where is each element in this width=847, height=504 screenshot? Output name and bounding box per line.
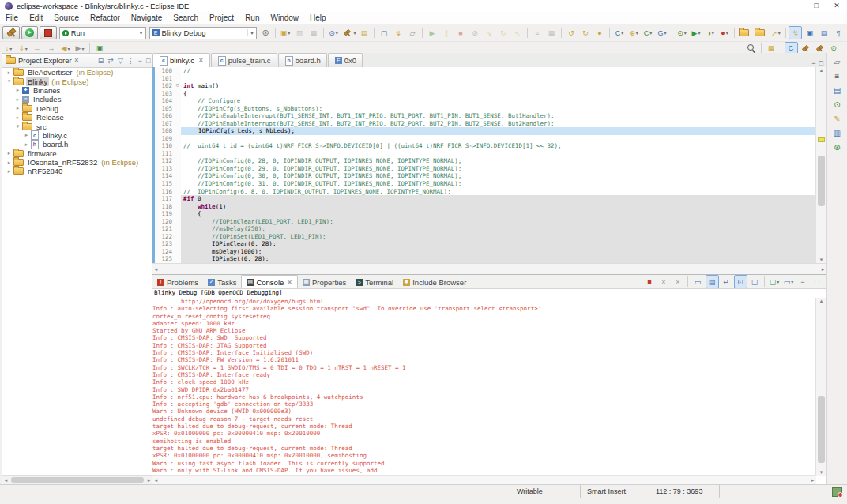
launchbar-stop-button[interactable] bbox=[40, 26, 57, 39]
minimize-view-icon[interactable]: − bbox=[138, 57, 142, 65]
code-line-106[interactable]: 106 //IOPinEnableInterrupt(BUT1_SENSE_IN… bbox=[152, 112, 826, 120]
code-line-122[interactable]: 122 //IOPinSet(LED1_PORT, LED1_PIN); bbox=[152, 233, 826, 241]
pin-console-icon[interactable]: ⊡ bbox=[734, 275, 747, 288]
code-line-105[interactable]: 105 //IOPinCfg(s_Buttons, s_NbButtons); bbox=[152, 105, 826, 113]
close-tab-icon[interactable]: ✕ bbox=[287, 279, 292, 286]
overview-annotation-marker[interactable] bbox=[818, 137, 825, 142]
panel-tab-properties[interactable]: ▦Properties bbox=[298, 276, 351, 288]
launch-config-select[interactable]: E Blinky Debug ▾ bbox=[149, 27, 258, 39]
panel-tab-include-browser[interactable]: ✱Include Browser bbox=[398, 276, 471, 288]
new-header-icon[interactable]: ⊕▾ bbox=[627, 26, 640, 39]
new-wizard-dropdown-icon[interactable]: ▣▾ bbox=[278, 26, 292, 39]
scroll-right-icon[interactable]: ▸ bbox=[809, 477, 816, 483]
scroll-right-icon[interactable]: ▸ bbox=[819, 266, 826, 273]
code-line-104[interactable]: 104 // Configure bbox=[152, 97, 826, 105]
scroll-left-icon[interactable]: ◂ bbox=[152, 266, 160, 273]
editor-vscrollbar[interactable]: ▴ ▾ bbox=[815, 67, 826, 263]
scroll-thumb[interactable] bbox=[11, 477, 144, 483]
minimize-editor-icon[interactable]: − bbox=[811, 59, 815, 67]
maximize-window-button[interactable]: □ bbox=[806, 0, 826, 12]
datasheet-icon[interactable]: ▤ bbox=[817, 26, 830, 39]
tree-item-blinky-c[interactable]: ▸cblinky.c bbox=[2, 131, 152, 140]
code-line-117[interactable]: 117#if 0 bbox=[152, 195, 826, 203]
expand-arrow-icon[interactable]: ▸ bbox=[6, 70, 13, 76]
code-line-101[interactable]: 101 bbox=[152, 75, 826, 83]
code-line-109[interactable]: 109 bbox=[152, 135, 826, 143]
expand-arrow-icon[interactable]: ▸ bbox=[6, 150, 13, 156]
scroll-left-icon[interactable]: ◂ bbox=[2, 477, 9, 483]
minimized-documents-icon[interactable]: ▥ bbox=[831, 127, 844, 139]
expand-arrow-icon[interactable]: ▸ bbox=[6, 160, 13, 166]
minimized-outline-icon[interactable]: ≡ bbox=[831, 70, 844, 82]
tree-item-firmware[interactable]: ▸firmware bbox=[2, 149, 152, 158]
menu-help[interactable]: Help bbox=[304, 12, 332, 24]
code-line-118[interactable]: 118 while(1) bbox=[152, 203, 826, 211]
terminate-icon[interactable]: ■ bbox=[454, 26, 467, 39]
scroll-right-icon[interactable]: ▸ bbox=[145, 477, 152, 483]
code-line-124[interactable]: 124 msDelay(1000); bbox=[152, 248, 826, 256]
chip-icon[interactable]: ▣ bbox=[803, 26, 816, 39]
expand-arrow-icon[interactable]: ▸ bbox=[23, 132, 30, 138]
memory-grid-icon[interactable]: ▦ bbox=[544, 26, 558, 39]
terminate-relaunch-icon[interactable]: ● bbox=[593, 26, 606, 39]
suspend-icon[interactable]: ∥ bbox=[439, 26, 453, 39]
maximize-editor-icon[interactable]: □ bbox=[819, 59, 823, 67]
editor-tab-board-h[interactable]: hboard.h bbox=[278, 53, 327, 67]
panel-tab-console[interactable]: ▤Console✕ bbox=[241, 275, 298, 288]
collapse-arrow-icon[interactable]: ▾ bbox=[14, 123, 21, 130]
build-all-icon[interactable]: ▤ bbox=[357, 26, 371, 39]
tree-item-iosonata-nrf52832[interactable]: ▸IOsonata_nRF52832(in Eclipse) bbox=[2, 158, 152, 167]
menu-window[interactable]: Window bbox=[265, 12, 304, 24]
minimized-settings-icon[interactable]: ⊛ bbox=[831, 141, 844, 153]
editor-hscrollbar[interactable]: ◂ ▸ bbox=[152, 263, 826, 274]
code-line-107[interactable]: 107 //IOPinEnableInterrupt(BUT2_SENSE_IN… bbox=[152, 120, 826, 128]
step-return-icon[interactable]: ↖ bbox=[510, 26, 524, 39]
run-icon[interactable]: ▶▾ bbox=[689, 26, 702, 39]
tree-item-bleadvertiser[interactable]: ▸BleAdvertiser(in Eclipse) bbox=[2, 68, 152, 77]
maximize-view-icon[interactable]: □ bbox=[146, 57, 150, 65]
progress-monitor-icon[interactable] bbox=[832, 487, 842, 497]
menu-search[interactable]: Search bbox=[168, 12, 204, 24]
filter-icon[interactable]: ▽ bbox=[118, 57, 123, 65]
code-line-100[interactable]: 100// bbox=[152, 67, 826, 75]
explorer-hscrollbar[interactable]: ◂ ▸ bbox=[2, 475, 152, 484]
menu-edit[interactable]: Edit bbox=[24, 12, 48, 24]
explorer-tab-close-icon[interactable]: ✕ bbox=[74, 57, 80, 64]
search-g-icon[interactable]: G▾ bbox=[655, 26, 668, 39]
external-tools-icon[interactable]: ▱ bbox=[405, 26, 419, 39]
step-over-icon[interactable]: ↻ bbox=[496, 26, 510, 39]
code-line-114[interactable]: 114 //IOPinConfig(0, 30, 0, IOPINDIR_OUT… bbox=[152, 172, 826, 180]
import-folder-icon[interactable] bbox=[753, 26, 768, 39]
flash-program-icon[interactable]: ↯ bbox=[789, 26, 802, 39]
open-folder-icon[interactable] bbox=[737, 26, 752, 39]
code-line-121[interactable]: 121 //msDelay(250); bbox=[152, 225, 826, 233]
scroll-thumb[interactable] bbox=[818, 156, 825, 206]
code-line-111[interactable]: 111 bbox=[152, 150, 826, 158]
expand-arrow-icon[interactable]: ▸ bbox=[14, 96, 21, 103]
tree-item-board-h[interactable]: ▸hboard.h bbox=[2, 140, 152, 149]
expand-arrow-icon[interactable]: ▸ bbox=[6, 168, 13, 175]
minimize-window-button[interactable]: — bbox=[785, 0, 806, 12]
code-line-119[interactable]: 119 { bbox=[152, 210, 826, 218]
coverage-icon[interactable]: ◑▾ bbox=[703, 26, 717, 39]
terminate-console-icon[interactable]: ■ bbox=[643, 275, 657, 288]
new-c-file-icon[interactable]: C▾ bbox=[612, 26, 626, 39]
expand-arrow-icon[interactable]: ▸ bbox=[14, 105, 21, 111]
code-line-102[interactable]: 102⊖int main() bbox=[152, 82, 826, 90]
menu-refactor[interactable]: Refactor bbox=[85, 12, 126, 24]
launch-config-gear-button[interactable]: ⊛ bbox=[259, 26, 273, 39]
panel-tab-problems[interactable]: !Problems bbox=[152, 276, 203, 288]
code-line-115[interactable]: 115 //IOPinConfig(0, 31, 0, IOPINDIR_OUT… bbox=[152, 180, 826, 188]
step-into-icon[interactable]: ↘ bbox=[482, 26, 495, 39]
clear-console-icon[interactable]: ▭ bbox=[691, 275, 705, 288]
panel-tab-tasks[interactable]: ✓Tasks bbox=[203, 276, 241, 288]
flash-icon[interactable]: ↯ bbox=[391, 26, 405, 39]
tree-item-src[interactable]: ▾src bbox=[2, 122, 152, 130]
display-console-icon[interactable]: ▭▾ bbox=[782, 275, 796, 288]
launchbar-build-button[interactable] bbox=[2, 26, 20, 39]
debug-config-icon[interactable]: ⊙▾ bbox=[326, 26, 340, 39]
minimized-edit-icon[interactable]: ✎ bbox=[831, 113, 844, 125]
menu-source[interactable]: Source bbox=[48, 12, 85, 24]
new-class-icon[interactable]: C▾ bbox=[641, 26, 654, 39]
menu-run[interactable]: Run bbox=[239, 12, 265, 24]
